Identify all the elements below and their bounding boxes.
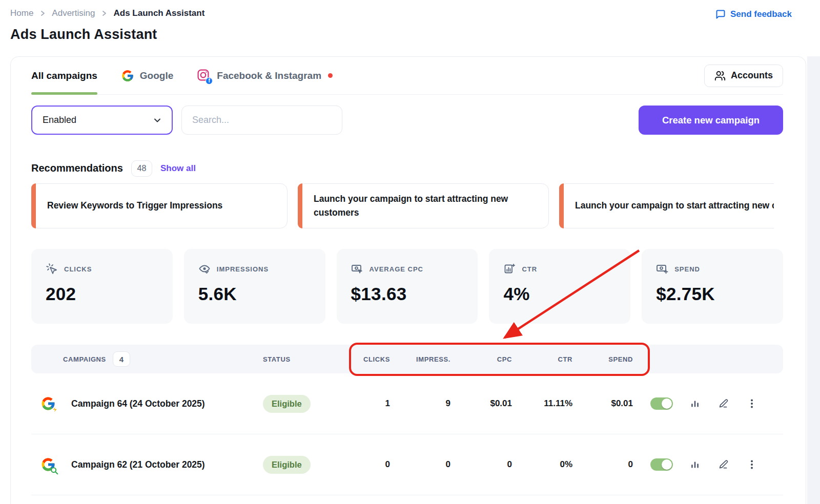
- page-title: Ads Launch Assistant: [10, 27, 157, 43]
- chevron-right-icon: [101, 10, 107, 16]
- tab-google[interactable]: Google: [121, 57, 173, 94]
- clicks-value: 1: [339, 398, 390, 409]
- recommendation-text: Review Keywords to Trigger Impressions: [47, 199, 222, 213]
- table-header: CAMPAIGNS 4 STATUS CLICKS IMPRESS. CPC C…: [31, 345, 783, 373]
- recommendation-card[interactable]: Launch your campaign to start attracting…: [559, 183, 774, 228]
- stat-value: 4%: [503, 284, 616, 304]
- instagram-icon: f: [197, 69, 211, 83]
- impressions-value: 9: [390, 398, 450, 409]
- table-body: Campaign 64 (24 October 2025) Eligible 1…: [31, 373, 783, 495]
- breadcrumb: Home Advertising Ads Launch Assistant: [10, 8, 204, 18]
- clicks-column-header: CLICKS: [339, 355, 390, 363]
- edit-pencil-icon[interactable]: [717, 397, 730, 410]
- cpc-value: $0.01: [450, 398, 512, 409]
- clicks-value: 0: [339, 459, 390, 470]
- stat-card-spend: SPEND $2.75K: [642, 249, 783, 324]
- impressions-column-header: IMPRESS.: [390, 355, 450, 363]
- stat-card-clicks: CLICKS 202: [31, 249, 173, 324]
- campaign-name[interactable]: Campaign 62 (21 October 2025): [71, 459, 205, 470]
- money-plus-icon: [656, 263, 668, 275]
- breadcrumb-home[interactable]: Home: [10, 8, 33, 18]
- ctr-value: 11.11%: [512, 398, 572, 409]
- recommendations-header: Recommendations 48 Show all: [31, 160, 196, 177]
- chevron-right-icon: [39, 10, 46, 16]
- campaign-name[interactable]: Campaign 64 (24 October 2025): [71, 398, 205, 409]
- bar-chart-icon[interactable]: [688, 397, 702, 410]
- stat-label: IMPRESSIONS: [217, 265, 269, 273]
- search-input[interactable]: [181, 106, 342, 135]
- tab-google-label: Google: [140, 70, 173, 81]
- accounts-button[interactable]: Accounts: [704, 65, 783, 87]
- cursor-click-icon: [46, 263, 58, 275]
- stat-card-impressions: IMPRESSIONS 5.6K: [184, 249, 325, 324]
- table-row: Campaign 64 (24 October 2025) Eligible 1…: [31, 373, 783, 434]
- stat-label: CLICKS: [64, 265, 92, 273]
- tabs-row: All campaigns Google f Facebook & Instag…: [31, 57, 783, 95]
- filter-row: Enabled Create new campaign: [31, 106, 783, 135]
- spend-value: 0: [572, 459, 633, 470]
- stats-row: CLICKS 202 IMPRESSIONS 5.6K AVERAGE CPC …: [31, 249, 783, 324]
- recommendation-text: Launch your campaign to start attracting…: [575, 199, 774, 213]
- stat-label: SPEND: [674, 265, 700, 273]
- eye-icon: [198, 263, 211, 275]
- campaign-enabled-toggle[interactable]: [650, 397, 673, 410]
- google-search-campaign-icon: [40, 457, 56, 472]
- money-cursor-icon: [351, 263, 363, 275]
- chevron-down-icon: [153, 116, 161, 124]
- create-campaign-button[interactable]: Create new campaign: [639, 106, 783, 135]
- breadcrumb-advertising[interactable]: Advertising: [52, 8, 95, 18]
- chat-bubble-icon: [715, 9, 726, 19]
- stat-value: $2.75K: [656, 284, 769, 304]
- ctr-column-header: CTR: [512, 355, 572, 363]
- status-column-header: STATUS: [257, 355, 339, 363]
- recommendation-card[interactable]: Launch your campaign to start attracting…: [298, 183, 549, 228]
- campaign-enabled-toggle[interactable]: [650, 458, 673, 471]
- recommendations-carousel: Review Keywords to Trigger Impressions L…: [31, 183, 774, 229]
- edit-pencil-icon[interactable]: [717, 458, 730, 471]
- breadcrumb-current: Ads Launch Assistant: [113, 8, 204, 18]
- recommendations-count-badge: 48: [131, 160, 152, 177]
- status-badge: Eligible: [263, 456, 311, 474]
- send-feedback-link[interactable]: Send feedback: [715, 9, 792, 19]
- stat-card-ctr: CTR 4%: [489, 249, 630, 324]
- impressions-value: 0: [390, 459, 450, 470]
- show-all-link[interactable]: Show all: [160, 163, 196, 174]
- spend-value: $0.01: [572, 398, 633, 409]
- tab-facebook-instagram[interactable]: f Facebook & Instagram: [197, 57, 333, 94]
- chart-plus-icon: [503, 263, 516, 275]
- status-filter-value: Enabled: [43, 115, 76, 125]
- stat-label: CTR: [522, 265, 537, 273]
- users-icon: [714, 70, 726, 81]
- accounts-button-label: Accounts: [731, 70, 773, 81]
- status-filter-select[interactable]: Enabled: [31, 106, 173, 135]
- send-feedback-label: Send feedback: [730, 9, 792, 19]
- stat-card-average-cpc: AVERAGE CPC $13.63: [337, 249, 478, 324]
- kebab-menu-icon[interactable]: [746, 397, 758, 410]
- cpc-value: 0: [450, 459, 512, 470]
- status-badge: Eligible: [263, 395, 311, 413]
- google-logo-icon: [121, 69, 134, 82]
- recommendation-card[interactable]: Review Keywords to Trigger Impressions: [31, 183, 288, 228]
- magnifier-icon: [50, 467, 58, 475]
- stat-value: $13.63: [351, 284, 464, 304]
- table-row: Campaign 62 (21 October 2025) Eligible 0…: [31, 434, 783, 495]
- recommendation-text: Launch your campaign to start attracting…: [314, 192, 536, 220]
- ctr-value: 0%: [512, 459, 572, 470]
- bar-chart-icon[interactable]: [688, 458, 702, 471]
- scrollbar-track[interactable]: [807, 56, 820, 504]
- stat-value: 202: [46, 284, 158, 304]
- page: Home Advertising Ads Launch Assistant Se…: [0, 0, 820, 504]
- tab-facebook-instagram-label: Facebook & Instagram: [217, 70, 321, 81]
- tab-all-campaigns-label: All campaigns: [31, 70, 97, 81]
- stat-value: 5.6K: [198, 284, 311, 304]
- tab-all-campaigns[interactable]: All campaigns: [31, 57, 97, 94]
- facebook-icon: f: [206, 77, 213, 85]
- kebab-menu-icon[interactable]: [746, 458, 758, 471]
- campaigns-column-header: CAMPAIGNS: [63, 355, 106, 363]
- recommendations-title: Recommendations: [31, 162, 123, 174]
- main-card: All campaigns Google f Facebook & Instag…: [10, 56, 806, 504]
- stat-label: AVERAGE CPC: [370, 265, 423, 273]
- lightning-bolt-icon: [51, 405, 58, 414]
- notification-dot: [328, 73, 333, 78]
- google-performance-campaign-icon: [40, 396, 56, 411]
